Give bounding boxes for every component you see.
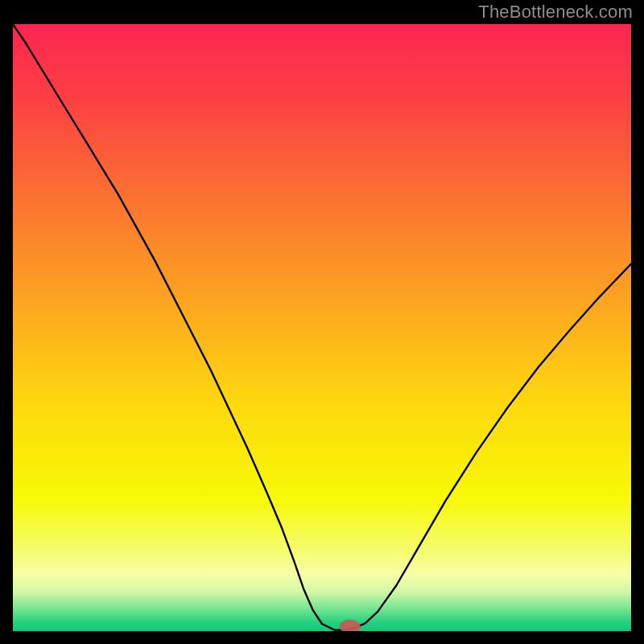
- watermark-text: TheBottleneck.com: [478, 2, 633, 23]
- chart-frame: TheBottleneck.com: [0, 0, 644, 644]
- gradient-background: [13, 24, 631, 631]
- plot-area: [13, 24, 631, 631]
- chart-svg: [13, 24, 631, 631]
